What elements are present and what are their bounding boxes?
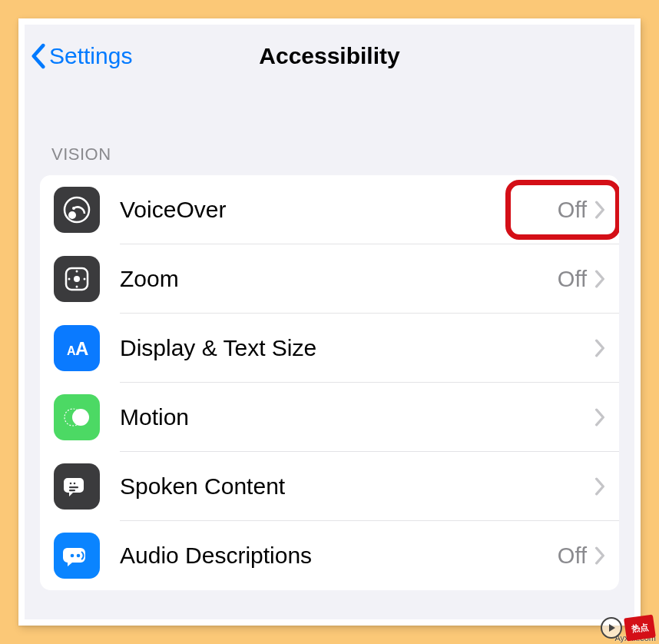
svg-point-4 xyxy=(74,276,80,282)
row-status: Off xyxy=(558,267,587,292)
settings-screen: Settings Accessibility VISION xyxy=(25,25,634,619)
row-label: Audio Descriptions xyxy=(120,543,558,569)
watermark-stamp: 热点 xyxy=(624,615,656,642)
svg-point-14 xyxy=(74,483,76,485)
chevron-left-icon xyxy=(31,43,46,69)
svg-point-12 xyxy=(72,409,89,426)
row-label: Motion xyxy=(120,404,594,430)
svg-point-2 xyxy=(72,207,75,210)
content-area: VISION VoiceOver Off xyxy=(25,88,634,590)
chevron-right-icon xyxy=(594,270,605,288)
row-status: Off xyxy=(558,543,587,569)
row-voiceover[interactable]: VoiceOver Off xyxy=(40,175,619,244)
back-button[interactable]: Settings xyxy=(31,43,132,69)
row-label: Spoken Content xyxy=(120,473,594,500)
row-zoom[interactable]: Zoom Off xyxy=(40,244,619,314)
row-status: Off xyxy=(558,198,587,223)
row-label: Display & Text Size xyxy=(120,335,594,361)
svg-point-5 xyxy=(76,271,78,273)
svg-rect-15 xyxy=(69,486,78,488)
svg-point-0 xyxy=(65,198,89,222)
back-label: Settings xyxy=(49,43,132,69)
section-header-vision: VISION xyxy=(25,144,634,164)
svg-text:A: A xyxy=(75,338,88,359)
motion-icon xyxy=(54,394,100,440)
svg-rect-16 xyxy=(69,490,75,491)
device-frame: Settings Accessibility VISION xyxy=(18,18,641,626)
row-label: VoiceOver xyxy=(120,197,558,223)
chevron-right-icon xyxy=(594,546,605,565)
svg-point-18 xyxy=(77,554,81,558)
zoom-icon xyxy=(54,256,100,302)
chevron-right-icon xyxy=(594,477,605,496)
watermark: 热点 xyxy=(601,616,654,639)
chevron-right-icon xyxy=(594,408,605,427)
spoken-content-icon xyxy=(54,463,100,510)
svg-point-6 xyxy=(76,286,78,288)
vision-list-group: VoiceOver Off xyxy=(40,175,619,590)
svg-point-13 xyxy=(70,483,72,485)
voiceover-icon xyxy=(54,187,100,233)
chevron-right-icon xyxy=(594,339,605,357)
chevron-right-icon xyxy=(594,201,605,219)
row-motion[interactable]: Motion xyxy=(40,383,619,452)
play-icon xyxy=(601,617,622,639)
row-audio-descriptions[interactable]: Audio Descriptions Off xyxy=(40,521,619,590)
navigation-bar: Settings Accessibility xyxy=(25,25,634,88)
row-spoken-content[interactable]: Spoken Content xyxy=(40,452,619,521)
audio-descriptions-icon xyxy=(54,533,100,579)
svg-point-17 xyxy=(71,554,75,558)
text-size-icon: A A xyxy=(54,325,100,371)
svg-point-1 xyxy=(68,211,76,219)
svg-point-7 xyxy=(68,278,71,281)
svg-point-8 xyxy=(84,278,86,281)
row-label: Zoom xyxy=(120,266,558,292)
row-display-text-size[interactable]: A A Display & Text Size xyxy=(40,314,619,383)
